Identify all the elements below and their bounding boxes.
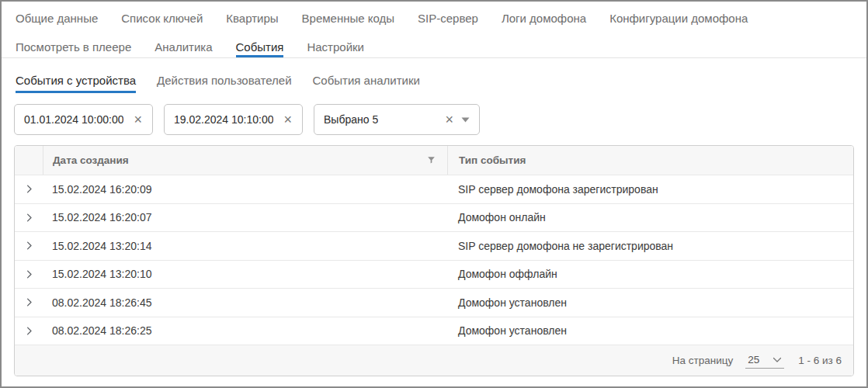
secondary-tab[interactable]: Посмотреть в плеере: [16, 34, 131, 57]
clear-icon[interactable]: ×: [133, 113, 143, 126]
secondary-tab-bar: Посмотреть в плеере Аналитика События На…: [2, 34, 866, 58]
date-from-value: 01.01.2024 10:00:00: [24, 113, 123, 126]
per-page-label: На страницу: [672, 355, 733, 366]
column-header-type-label: Тип события: [459, 154, 526, 166]
event-type-selected-value: Выбрано 5: [324, 113, 378, 126]
date-to-value: 19.02.2024 10:10:00: [174, 113, 273, 126]
expand-cell: [15, 240, 43, 251]
table-footer: На страницу 25 1 - 6 из 6: [15, 345, 853, 376]
event-row[interactable]: 15.02.2024 16:20:09 SIP сервер домофона …: [15, 175, 853, 203]
event-type-cell: SIP сервер домофона не зарегистрирован: [447, 240, 853, 252]
tertiary-tab[interactable]: События аналитики: [313, 69, 420, 93]
chevron-right-icon[interactable]: [23, 240, 35, 251]
secondary-tab[interactable]: Аналитика: [155, 34, 212, 57]
event-date-cell: 15.02.2024 13:20:14: [43, 240, 447, 252]
event-type-cell: Домофон установлен: [447, 296, 853, 309]
expand-column-header: [15, 146, 43, 175]
chevron-right-icon[interactable]: [23, 183, 35, 195]
dropdown-arrow-icon[interactable]: [461, 117, 470, 123]
chevron-down-icon: [773, 357, 782, 363]
pagination-range-label: 1 - 6 из 6: [798, 355, 842, 366]
expand-cell: [15, 296, 43, 308]
column-header-type[interactable]: Тип события: [447, 146, 853, 175]
event-date-cell: 08.02.2024 18:26:45: [43, 296, 447, 309]
event-date-cell: 15.02.2024 16:20:09: [43, 183, 447, 196]
primary-tab[interactable]: Список ключей: [121, 12, 203, 25]
event-date-cell: 15.02.2024 13:20:10: [43, 268, 447, 280]
primary-tab[interactable]: Общие данные: [16, 12, 98, 25]
event-type-cell: Домофон оффлайн: [447, 268, 853, 280]
chevron-right-icon[interactable]: [23, 325, 35, 337]
column-header-date[interactable]: Дата создания: [43, 146, 447, 175]
expand-cell: [15, 325, 43, 337]
event-row[interactable]: 15.02.2024 13:20:10 Домофон оффлайн: [15, 260, 853, 289]
filter-bar: 01.01.2024 10:00:00 × 19.02.2024 10:10:0…: [2, 93, 866, 145]
event-row[interactable]: 08.02.2024 18:26:45 Домофон установлен: [15, 288, 853, 317]
event-row[interactable]: 15.02.2024 16:20:07 Домофон онлайн: [15, 203, 853, 232]
chevron-right-icon[interactable]: [23, 268, 35, 280]
expand-cell: [15, 268, 43, 280]
event-type-cell: Домофон установлен: [447, 324, 853, 337]
primary-tab[interactable]: Конфигурации домофона: [609, 12, 748, 25]
event-type-select[interactable]: Выбрано 5 ×: [314, 104, 480, 135]
primary-tab[interactable]: Логи домофона: [502, 12, 586, 25]
chevron-right-icon[interactable]: [23, 296, 35, 308]
event-type-cell: Домофон онлайн: [447, 211, 853, 223]
events-table: Дата создания Тип события 15.02.2024: [14, 145, 854, 376]
event-row[interactable]: 08.02.2024 18:26:25 Домофон установлен: [15, 317, 853, 345]
per-page-value: 25: [748, 354, 759, 365]
event-row[interactable]: 15.02.2024 13:20:14 SIP сервер домофона …: [15, 231, 853, 260]
chevron-right-icon[interactable]: [23, 212, 35, 223]
tertiary-tab[interactable]: События с устройства: [16, 69, 136, 93]
clear-icon[interactable]: ×: [283, 113, 293, 126]
primary-tab-bar: Общие данные Список ключей Квартиры Врем…: [2, 2, 866, 34]
column-header-date-label: Дата создания: [53, 154, 129, 166]
date-to-input[interactable]: 19.02.2024 10:10:00 ×: [164, 104, 303, 135]
primary-tab[interactable]: Временные коды: [302, 12, 394, 25]
secondary-tab[interactable]: События: [236, 34, 284, 57]
primary-tab[interactable]: Квартиры: [226, 12, 278, 25]
primary-tab[interactable]: SIP-сервер: [418, 12, 478, 25]
event-type-cell: SIP сервер домофона зарегистрирован: [447, 183, 853, 196]
date-from-input[interactable]: 01.01.2024 10:00:00 ×: [14, 104, 153, 135]
tertiary-tab-bar: События с устройства Действия пользовате…: [2, 69, 866, 93]
filter-funnel-icon[interactable]: [426, 155, 436, 165]
table-header-row: Дата создания Тип события: [15, 146, 853, 175]
event-date-cell: 15.02.2024 16:20:07: [43, 211, 447, 223]
tertiary-tab[interactable]: Действия пользователей: [157, 69, 291, 93]
event-date-cell: 08.02.2024 18:26:25: [43, 324, 447, 337]
intercom-admin-page: Общие данные Список ключей Квартиры Врем…: [0, 0, 868, 388]
expand-cell: [15, 183, 43, 195]
expand-cell: [15, 212, 43, 223]
per-page-select[interactable]: 25: [745, 352, 784, 369]
table-body: 15.02.2024 16:20:09 SIP сервер домофона …: [15, 175, 853, 345]
secondary-tab[interactable]: Настройки: [307, 34, 364, 57]
clear-icon[interactable]: ×: [444, 113, 454, 126]
